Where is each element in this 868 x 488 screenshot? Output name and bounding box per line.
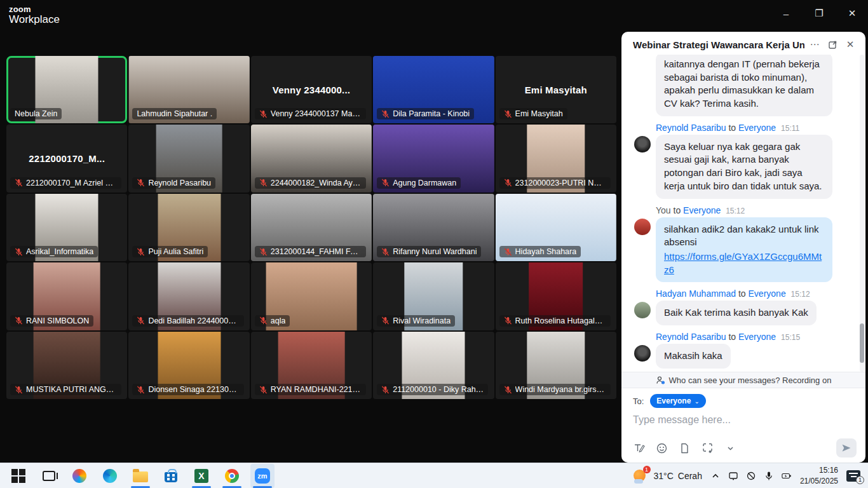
chat-timestamp: 15:11: [781, 124, 799, 133]
chat-recipient[interactable]: Everyone: [738, 123, 776, 133]
privacy-notice-bar[interactable]: Who can see your messages? Recording on: [621, 372, 865, 388]
chat-message: Hadyan Muhammad to Everyone 15:12 Baik K…: [634, 288, 857, 325]
tray-chevron-up-icon[interactable]: [710, 471, 721, 481]
chat-sender[interactable]: Hadyan Muhammad: [656, 288, 736, 299]
chat-link[interactable]: https://forms.gle/GYaX1ZGccgu6MMtz6: [664, 250, 824, 276]
participant-tile[interactable]: Puji Aulia Safitri: [128, 194, 249, 261]
more-options-icon[interactable]: ⋯: [807, 37, 822, 51]
muted-mic-icon: [259, 248, 268, 256]
battery-icon[interactable]: [782, 471, 792, 481]
network-blocked-icon[interactable]: [746, 471, 756, 481]
chat-bubble[interactable]: silahkan adik2 dan kakak2 untuk link abs…: [656, 217, 832, 283]
screenshot-icon[interactable]: [702, 442, 714, 454]
participant-name: Hidayah Shahara: [515, 247, 577, 256]
participant-tile[interactable]: 2312000144_FAHMI FADHIL...: [251, 194, 372, 261]
zoom-taskbar-icon[interactable]: zm: [250, 464, 275, 488]
participant-name: Dila Paramita - Kinobi: [393, 109, 470, 118]
participant-tile[interactable]: 2312000023-PUTRI NESTIK...: [496, 125, 616, 192]
chat-bubble[interactable]: kaitannya dengan IT (pernah bekerja seba…: [656, 55, 832, 116]
participant-tile[interactable]: Windi Mardyana br.girsang: [496, 332, 616, 399]
to-word: to: [728, 332, 738, 342]
participant-tile[interactable]: Emi Masyitah Emi Masyitah: [496, 56, 616, 123]
restore-button[interactable]: ❐: [812, 6, 826, 20]
participant-tile[interactable]: RANI SIMBOLON: [6, 262, 127, 330]
participant-tile[interactable]: MUSTIKA PUTRI ANGGRAI...: [6, 332, 127, 399]
chat-bubble[interactable]: Makasih kaka: [656, 344, 731, 369]
muted-mic-icon: [381, 386, 390, 394]
participant-tile[interactable]: 2244000182_Winda Ayu Ga...: [251, 125, 372, 192]
chat-bubble[interactable]: Baik Kak terima kasih banyak Kak: [656, 301, 817, 325]
chat-recipient[interactable]: Everyone: [683, 205, 721, 215]
participant-tile[interactable]: RYAN RAMDHANI-2213000...: [251, 332, 372, 399]
message-input[interactable]: Type message here...: [633, 414, 857, 436]
emoji-icon[interactable]: [656, 442, 668, 454]
participant-name-label: Windi Mardyana br.girsang: [499, 384, 611, 395]
task-view-button[interactable]: [37, 464, 61, 488]
participant-tile[interactable]: Dedi Badillah 2244000116: [128, 262, 249, 330]
screen-cast-icon[interactable]: [728, 471, 738, 481]
chat-sender[interactable]: Reynold Pasaribu: [656, 332, 726, 342]
chat-message: Reynold Pasaribu to Everyone 15:15 Makas…: [634, 332, 857, 372]
send-plane-icon: [841, 443, 851, 453]
format-text-icon[interactable]: [633, 442, 645, 454]
chat-message-text: silahkan adik2 dan kakak2 untuk link abs…: [664, 224, 819, 248]
attach-file-icon[interactable]: [679, 442, 691, 454]
temperature: 31°C: [654, 471, 674, 481]
edge-icon[interactable]: [98, 464, 122, 488]
more-tools-chevron-icon[interactable]: [724, 442, 736, 454]
participant-tile[interactable]: Agung Darmawan: [373, 125, 494, 192]
participant-tile[interactable]: Reynold Pasaribu: [128, 125, 249, 192]
participant-tile[interactable]: Lahmudin Sipahutar .: [128, 56, 249, 123]
popout-icon[interactable]: [825, 37, 840, 51]
chat-message-text: Saya keluar nya kak gegara gak sesuai ga…: [664, 141, 822, 191]
weather-widget[interactable]: 1 31°C Cerah: [633, 468, 702, 484]
chat-recipient[interactable]: Everyone: [749, 288, 786, 299]
participant-tile[interactable]: Nebula Zein: [6, 56, 127, 123]
chat-sender[interactable]: Reynold Pasaribu: [656, 123, 726, 133]
chat-scrollbar-thumb[interactable]: [860, 323, 864, 363]
participant-name-label: Ruth Roselina Hutagalung: [499, 315, 611, 327]
chat-message-header: Hadyan Muhammad to Everyone 15:12: [656, 288, 857, 299]
participant-tile[interactable]: Dionsen Sinaga 2213000192: [128, 332, 249, 399]
notification-center-icon[interactable]: 1: [846, 470, 860, 482]
recipient-selector[interactable]: Everyone ⌄: [650, 394, 705, 408]
participant-name-label: Asrikal_Informatika: [10, 246, 98, 257]
participant-tile[interactable]: Hidayah Shahara: [496, 194, 616, 261]
participant-name-label: 2312000144_FAHMI FADHIL...: [255, 246, 366, 257]
participant-tile[interactable]: aqla: [251, 262, 372, 330]
participant-tile[interactable]: Ruth Roselina Hutagalung: [496, 262, 616, 330]
participant-tile[interactable]: Venny 2344000... Venny 2344000137 Manaje…: [251, 56, 372, 123]
chat-bubble[interactable]: Saya keluar nya kak gegara gak sesuai ga…: [656, 135, 832, 199]
to-word: to: [738, 288, 749, 299]
close-button[interactable]: ✕: [845, 6, 859, 20]
copilot-icon[interactable]: [67, 464, 92, 488]
chat-recipient[interactable]: Everyone: [738, 332, 776, 342]
excel-icon[interactable]: X: [189, 464, 214, 488]
participant-tile[interactable]: Asrikal_Informatika: [6, 194, 127, 261]
participant-tile[interactable]: 2212000170_M... 2212000170_M Azriel Rifa…: [6, 125, 127, 192]
muted-mic-icon: [504, 316, 512, 325]
participant-tile[interactable]: 2112000010 - Diky Rahmadi: [373, 332, 494, 399]
chat-sender[interactable]: You: [656, 205, 671, 215]
participant-name-label: Emi Masyitah: [499, 108, 567, 119]
microphone-icon[interactable]: [764, 471, 774, 481]
send-button[interactable]: [836, 438, 857, 458]
microsoft-store-icon[interactable]: [159, 464, 183, 488]
start-button[interactable]: [6, 464, 31, 488]
participant-name: aqla: [271, 316, 286, 325]
close-chat-icon[interactable]: ✕: [843, 37, 858, 51]
participant-name-label: Reynold Pasaribu: [132, 177, 215, 189]
muted-mic-icon: [259, 110, 268, 118]
participant-tile[interactable]: Rival Wiradinata: [373, 262, 494, 330]
privacy-notice-text: Who can see your messages? Recording on: [669, 376, 832, 385]
participant-tile[interactable]: Dila Paramita - Kinobi: [373, 56, 494, 123]
minimize-button[interactable]: –: [779, 6, 793, 20]
participant-name-label: 2312000023-PUTRI NESTIK...: [499, 177, 611, 189]
participant-name-label: RYAN RAMDHANI-2213000...: [255, 384, 366, 395]
clock[interactable]: 15:16 21/05/2025: [800, 465, 838, 485]
file-explorer-icon[interactable]: [128, 464, 153, 488]
chrome-icon[interactable]: [220, 464, 244, 488]
participant-tile[interactable]: Rifanny Nurul Wardhani: [373, 194, 494, 261]
chat-messages[interactable]: kaitannya dengan IT (pernah bekerja seba…: [621, 55, 865, 372]
muted-mic-icon: [259, 316, 268, 325]
